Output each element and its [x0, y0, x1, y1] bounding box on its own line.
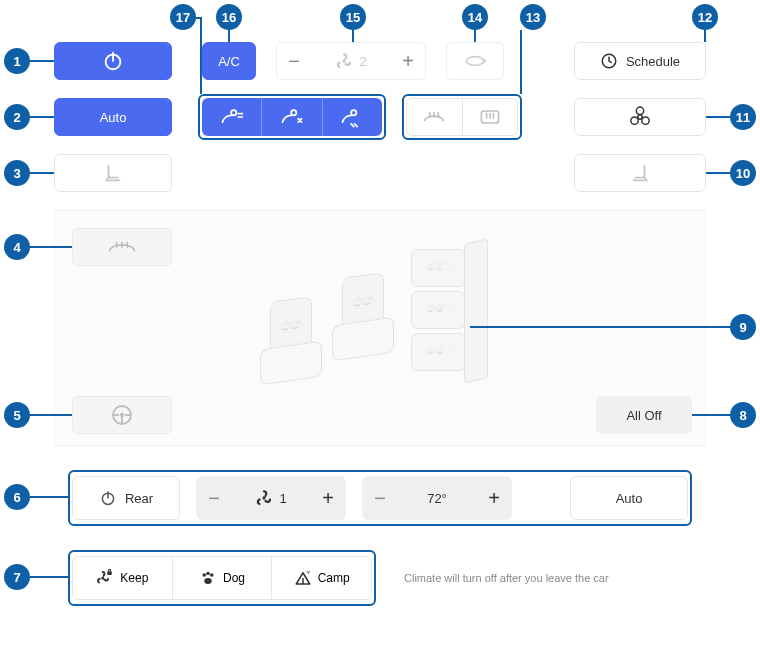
- callout-8: 8: [730, 402, 756, 428]
- callout-13: 13: [520, 4, 546, 30]
- schedule-label: Schedule: [626, 54, 680, 69]
- defrost-rear-button[interactable]: [463, 99, 518, 135]
- seat-heater-diagram[interactable]: ෛ ෛ ෛ ෛ ෛ: [240, 240, 520, 420]
- seat-front-right[interactable]: ෛ: [328, 275, 398, 365]
- fan-lock-icon: [96, 569, 114, 587]
- callout-9: 9: [730, 314, 756, 340]
- recirculate-icon: [462, 52, 488, 70]
- airflow-body-icon: [279, 106, 305, 128]
- rear-auto-button[interactable]: Auto: [570, 476, 688, 520]
- svg-point-9: [636, 107, 643, 114]
- svg-point-20: [206, 572, 210, 576]
- tent-icon: [294, 569, 312, 587]
- schedule-button[interactable]: Schedule: [574, 42, 706, 80]
- callout-16: 16: [216, 4, 242, 30]
- rear-temp-stepper[interactable]: − 72° +: [362, 476, 512, 520]
- defrost-group[interactable]: [406, 98, 518, 136]
- seat-rear-bench[interactable]: ෛ ෛ ෛ: [408, 249, 468, 379]
- callout-4: 4: [4, 234, 30, 260]
- callout-14: 14: [462, 4, 488, 30]
- callout-6: 6: [4, 484, 30, 510]
- svg-point-21: [210, 573, 214, 577]
- biohazard-icon: [629, 106, 651, 128]
- ac-button[interactable]: A/C: [202, 42, 256, 80]
- climate-modes-group[interactable]: Keep Dog Camp: [72, 556, 372, 600]
- rear-label: Rear: [125, 491, 153, 506]
- auto-label: Auto: [100, 110, 127, 125]
- bioweapon-button[interactable]: [574, 98, 706, 136]
- fan-icon: [335, 52, 353, 70]
- rear-fan-display: 1: [231, 489, 311, 507]
- svg-point-5: [291, 110, 296, 115]
- fan-speed-stepper[interactable]: − 2 +: [276, 42, 426, 80]
- camp-label: Camp: [318, 571, 350, 585]
- airflow-direction-group[interactable]: [202, 98, 382, 136]
- callout-11: 11: [730, 104, 756, 130]
- ac-label: A/C: [218, 54, 240, 69]
- clock-icon: [600, 52, 618, 70]
- airflow-feet-icon: [339, 106, 365, 128]
- rear-fan-minus[interactable]: −: [197, 477, 231, 519]
- callout-7: 7: [4, 564, 30, 590]
- svg-point-2: [343, 59, 346, 62]
- dog-mode-button[interactable]: Dog: [173, 557, 273, 599]
- seat-left-icon: [102, 162, 124, 184]
- airflow-face-icon: [219, 106, 245, 128]
- airflow-face-button[interactable]: [202, 98, 262, 136]
- defrost-front-icon: [422, 107, 446, 127]
- svg-point-4: [231, 110, 236, 115]
- keep-mode-button[interactable]: Keep: [73, 557, 173, 599]
- camp-mode-button[interactable]: Camp: [272, 557, 371, 599]
- svg-rect-18: [108, 571, 113, 575]
- power-icon: [102, 50, 124, 72]
- power-icon: [99, 489, 117, 507]
- seat-front-left[interactable]: ෛ: [256, 299, 326, 389]
- callout-1: 1: [4, 48, 30, 74]
- svg-point-19: [202, 573, 206, 577]
- dog-label: Dog: [223, 571, 245, 585]
- defrost-rear-icon: [478, 107, 502, 127]
- rear-seat-back: [464, 238, 488, 383]
- fan-speed-display: 2: [311, 52, 391, 70]
- airflow-body-button[interactable]: [262, 98, 322, 136]
- power-button[interactable]: [54, 42, 172, 80]
- callout-17: 17: [170, 4, 196, 30]
- rear-fan-plus[interactable]: +: [311, 477, 345, 519]
- svg-point-13: [120, 413, 124, 417]
- all-off-button[interactable]: All Off: [596, 396, 692, 434]
- rear-auto-label: Auto: [616, 491, 643, 506]
- defrost-front-button[interactable]: [407, 99, 463, 135]
- rear-fan-stepper[interactable]: − 1 +: [196, 476, 346, 520]
- svg-point-16: [263, 496, 266, 499]
- passenger-seat-heat-button[interactable]: [574, 154, 706, 192]
- paw-icon: [199, 569, 217, 587]
- rear-temp-minus[interactable]: −: [363, 477, 397, 519]
- auto-button[interactable]: Auto: [54, 98, 172, 136]
- fan-plus-button[interactable]: +: [391, 43, 425, 79]
- rear-temp-plus[interactable]: +: [477, 477, 511, 519]
- airflow-feet-button[interactable]: [323, 98, 382, 136]
- callout-3: 3: [4, 160, 30, 186]
- steering-wheel-icon: [110, 403, 134, 427]
- driver-seat-heat-button[interactable]: [54, 154, 172, 192]
- callout-2: 2: [4, 104, 30, 130]
- svg-point-23: [307, 572, 309, 574]
- fan-minus-button[interactable]: −: [277, 43, 311, 79]
- callout-10: 10: [730, 160, 756, 186]
- climate-note: Climate will turn off after you leave th…: [404, 572, 609, 584]
- svg-point-8: [638, 115, 642, 119]
- recirculate-button[interactable]: [446, 42, 504, 80]
- callout-15: 15: [340, 4, 366, 30]
- all-off-label: All Off: [626, 408, 661, 423]
- wiper-defrost-icon: [107, 237, 137, 257]
- keep-label: Keep: [120, 571, 148, 585]
- callout-12: 12: [692, 4, 718, 30]
- seat-right-icon: [629, 162, 651, 184]
- callout-5: 5: [4, 402, 30, 428]
- steering-heat-button[interactable]: [72, 396, 172, 434]
- rear-temp-display: 72°: [397, 491, 477, 506]
- wiper-defrost-button[interactable]: [72, 228, 172, 266]
- svg-point-10: [631, 117, 638, 124]
- rear-power-button[interactable]: Rear: [72, 476, 180, 520]
- svg-point-22: [204, 578, 212, 584]
